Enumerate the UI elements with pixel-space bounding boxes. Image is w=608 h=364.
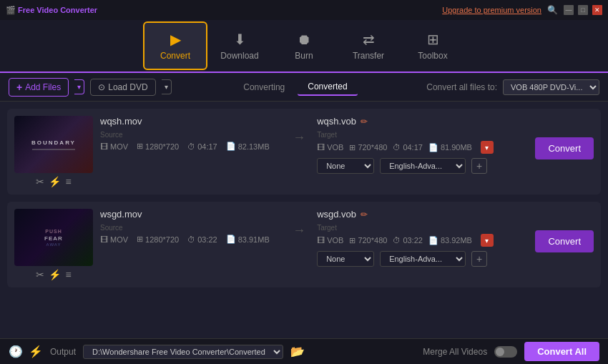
wand-icon-1[interactable]: ⚡ [49, 176, 61, 187]
nav-download-label: Download [220, 51, 258, 61]
thumb-img-2: PUSH FEAR AWAY [14, 209, 93, 266]
tab-converted[interactable]: Converted [298, 79, 357, 96]
download-nav-icon: ⬇ [234, 31, 246, 48]
source-format-1: 🎞 MOV [100, 142, 128, 151]
target-label-1: Target [317, 131, 528, 139]
clock-t-icon-1: ⏱ [393, 143, 401, 152]
source-col-2: wsgd.mov Source 🎞 MOV ⊞ 1280*720 ⏱ 03:22 [100, 209, 281, 244]
target-col-2: wsgd.vob ✏ Target 🎞 VOB ⊞ 720*480 ⏱ 03:2… [317, 209, 528, 267]
thumb-tools-1: ✂ ⚡ ≡ [36, 176, 71, 187]
file-card-1: BOUNDARY ✂ ⚡ ≡ wqsh.mov Source 🎞 MOV [7, 109, 601, 195]
schedule-icon[interactable]: 🕐 [9, 345, 23, 358]
nav-download[interactable]: ⬇ Download [207, 21, 272, 70]
convert-button-2[interactable]: Convert [535, 230, 594, 252]
thumb-text-1: BOUNDARY [31, 139, 76, 146]
trim-icon-1[interactable]: ✂ [36, 176, 44, 187]
window-controls: — □ ✕ [564, 5, 602, 15]
load-dvd-button[interactable]: ⊙ Load DVD [90, 79, 155, 96]
arrow-2: → [288, 209, 310, 238]
res-icon-1: ⊞ [137, 142, 143, 151]
source-label-1: Source [100, 131, 123, 139]
subtitle-select-2[interactable]: None [317, 251, 374, 267]
target-format-1: 🎞 VOB [317, 143, 343, 152]
titlebar: 🎬 Free Video Converter Upgrade to premiu… [0, 0, 608, 20]
target-meta-1: 🎞 VOB ⊞ 720*480 ⏱ 04:17 📄 81.90MB ▾ [317, 141, 528, 154]
edit-icon-1[interactable]: ✏ [361, 117, 368, 127]
file-t-icon-1: 📄 [428, 143, 438, 152]
target-res-2: ⊞ 720*480 [349, 236, 387, 245]
load-dvd-label: Load DVD [108, 82, 147, 92]
app-title: Free Video Converter [18, 6, 97, 14]
minimize-button[interactable]: — [564, 5, 574, 15]
wand-icon-2[interactable]: ⚡ [49, 269, 61, 280]
nav-toolbox[interactable]: ⊞ Toolbox [401, 21, 465, 70]
audio-select-1[interactable]: English-Adva... [380, 158, 466, 174]
subtitle-select-1[interactable]: None [317, 158, 374, 174]
tab-converting[interactable]: Converting [233, 79, 295, 96]
nav-burn[interactable]: ⏺ Burn [272, 21, 336, 70]
merge-toggle[interactable] [494, 346, 517, 358]
maximize-button[interactable]: □ [578, 5, 588, 15]
film-icon-2: 🎞 [100, 235, 108, 244]
thumb-img-1: BOUNDARY [14, 116, 93, 173]
titlebar-left: 🎬 Free Video Converter [6, 6, 97, 15]
film-icon-1: 🎞 [100, 142, 108, 151]
list-icon-1[interactable]: ≡ [65, 176, 71, 187]
source-format-2: 🎞 MOV [100, 235, 128, 244]
add-files-dropdown[interactable]: ▾ [74, 79, 84, 94]
thumb-tools-2: ✂ ⚡ ≡ [36, 269, 71, 280]
target-format-2: 🎞 VOB [317, 236, 343, 245]
load-dvd-dropdown[interactable]: ▾ [162, 79, 172, 94]
app-logo: 🎬 Free Video Converter [6, 6, 97, 15]
target-meta-2: 🎞 VOB ⊞ 720*480 ⏱ 03:22 📄 83.92MB ▾ [317, 234, 528, 247]
target-col-1: wqsh.vob ✏ Target 🎞 VOB ⊞ 720*480 ⏱ 04:1… [317, 116, 528, 174]
convert-all-files-label: Convert all files to: [426, 82, 497, 92]
navbar: ▶ Convert ⬇ Download ⏺ Burn ⇄ Transfer ⊞… [0, 20, 608, 73]
source-details-1: 🎞 MOV ⊞ 1280*720 ⏱ 04:17 📄 82.13MB [100, 142, 281, 151]
target-name-row-1: wqsh.vob ✏ [317, 116, 528, 127]
open-folder-icon[interactable]: 📂 [290, 345, 305, 358]
close-button[interactable]: ✕ [592, 5, 602, 15]
boost-icon[interactable]: ⚡ [29, 345, 43, 358]
add-subtitle-btn-2[interactable]: + [471, 251, 487, 267]
list-icon-2[interactable]: ≡ [65, 269, 71, 280]
target-label-2: Target [317, 224, 528, 232]
audio-select-2[interactable]: English-Adva... [380, 251, 466, 267]
nav-toolbox-label: Toolbox [418, 51, 447, 61]
trim-icon-2[interactable]: ✂ [36, 269, 44, 280]
nav-transfer[interactable]: ⇄ Transfer [336, 21, 401, 70]
add-subtitle-btn-1[interactable]: + [471, 158, 487, 174]
convert-all-format-select[interactable]: VOB 480P DVD-Vi... [503, 79, 599, 95]
convert-all-button[interactable]: Convert All [524, 342, 599, 361]
file-left-col-2: PUSH FEAR AWAY ✂ ⚡ ≡ [14, 209, 93, 280]
search-icon[interactable]: 🔍 [547, 5, 558, 15]
plus-icon: + [16, 82, 22, 93]
clock-icon-1: ⏱ [187, 142, 195, 151]
convert-nav-icon: ▶ [170, 31, 181, 48]
file-card-2: PUSH FEAR AWAY ✂ ⚡ ≡ wsgd.mov Source 🎞 [7, 202, 601, 287]
target-dropdown-1[interactable]: ▾ [481, 141, 494, 154]
nav-convert[interactable]: ▶ Convert [143, 21, 207, 70]
source-res-1: ⊞ 1280*720 [137, 142, 179, 151]
source-size-2: 📄 83.91MB [226, 235, 270, 244]
file-left-col-1: BOUNDARY ✂ ⚡ ≡ [14, 116, 93, 187]
edit-icon-2[interactable]: ✏ [361, 210, 368, 220]
output-path-select[interactable]: D:\Wondershare Free Video Converter\Conv… [83, 345, 283, 359]
target-name-row-2: wsgd.vob ✏ [317, 209, 528, 220]
source-size-1: 📄 82.13MB [226, 142, 270, 151]
upgrade-link[interactable]: Upgrade to premium version [442, 6, 541, 14]
source-label-2: Source [100, 224, 123, 232]
source-dur-2: ⏱ 03:22 [187, 235, 217, 244]
target-size-1: 📄 81.90MB [428, 143, 472, 152]
file-name-1: wqsh.mov [100, 116, 281, 127]
thumb-text-2a: PUSH [45, 229, 62, 234]
convert-button-1[interactable]: Convert [535, 137, 594, 159]
add-files-label: Add Files [25, 82, 61, 92]
titlebar-right: Upgrade to premium version 🔍 — □ ✕ [442, 5, 602, 15]
target-dropdown-2[interactable]: ▾ [481, 234, 494, 247]
arrow-1: → [288, 116, 310, 145]
add-files-button[interactable]: + Add Files [9, 78, 69, 97]
clock-t-icon-2: ⏱ [393, 236, 401, 245]
source-meta-1: Source [100, 131, 281, 139]
output-label: Output [50, 347, 76, 357]
